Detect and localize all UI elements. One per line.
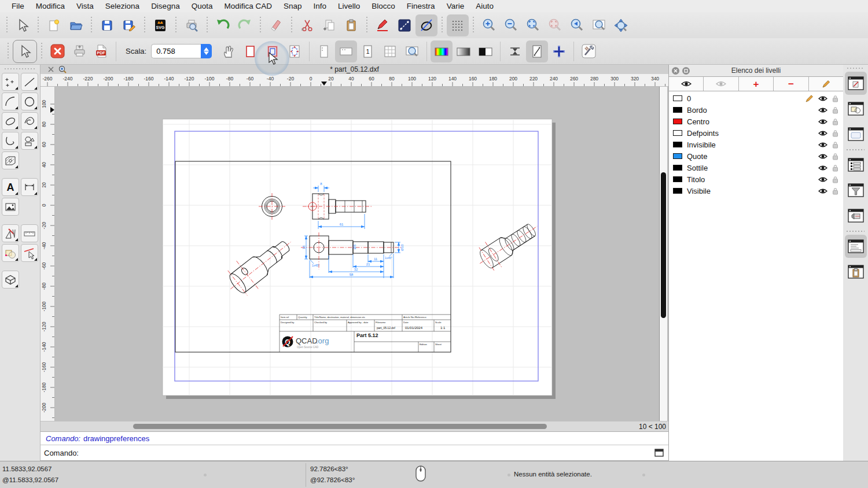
new-file-button[interactable] (43, 14, 65, 36)
layer-visibility-icon[interactable] (818, 165, 827, 171)
layer-color-swatch[interactable] (673, 142, 682, 147)
multi-page-button[interactable] (379, 40, 401, 62)
solid-3d-tool-button[interactable] (2, 271, 19, 289)
menu-info[interactable]: Info (308, 2, 333, 10)
portrait-button[interactable] (313, 40, 335, 62)
open-file-button[interactable] (65, 14, 87, 36)
layer-row-centro[interactable]: Centro (669, 116, 843, 127)
menu-disegna[interactable]: Disegna (145, 2, 186, 10)
zoom-to-page-button[interactable] (401, 40, 423, 62)
layer-row-quote[interactable]: Quote (669, 150, 843, 162)
print-preview-button[interactable] (181, 14, 203, 36)
image-tool-button[interactable] (2, 198, 19, 216)
show-all-layers-button[interactable] (669, 77, 704, 91)
layer-lock-icon[interactable] (832, 164, 838, 172)
snap-edit-button[interactable] (21, 244, 38, 262)
lineweight-scale-button[interactable] (504, 40, 526, 62)
page-borders-button[interactable] (240, 40, 262, 62)
zoom-pan-button[interactable] (610, 14, 632, 36)
grayscale-button[interactable] (453, 40, 475, 62)
zoom-out-button[interactable] (500, 14, 522, 36)
horizontal-scrollbar-thumb[interactable] (133, 424, 547, 429)
save-as-button[interactable] (118, 14, 140, 36)
dimension-tool-button[interactable] (21, 178, 38, 196)
menu-livello[interactable]: Livello (332, 2, 366, 10)
edit-layer-button[interactable] (809, 77, 843, 91)
close-print-preview-button[interactable] (46, 40, 68, 62)
dock-clipboard-button[interactable] (845, 260, 867, 283)
paste-button[interactable] (340, 14, 362, 36)
layer-lock-icon[interactable] (832, 95, 838, 102)
layer-color-swatch[interactable] (673, 153, 682, 159)
drawing-canvas[interactable]: .k{stroke:#1a1a1a;fill:none;stroke-width… (55, 87, 668, 421)
layer-color-swatch[interactable] (673, 130, 682, 136)
pdf-export-button[interactable]: PDF (90, 40, 112, 62)
layer-row-visibile[interactable]: Visibile (669, 185, 843, 197)
layer-row-invisibile[interactable]: Invisibile (669, 139, 843, 150)
command-window-icon[interactable] (654, 449, 664, 457)
single-page-button[interactable]: 1 (357, 40, 379, 62)
menu-seleziona[interactable]: Seleziona (100, 2, 145, 10)
preferences-button[interactable] (578, 40, 599, 62)
cut-button[interactable] (296, 14, 318, 36)
scale-stepper[interactable] (201, 44, 212, 58)
grid-toggle-button[interactable] (447, 14, 469, 36)
ellipse-tool-button[interactable] (2, 112, 19, 130)
dock-block-list-button[interactable] (845, 97, 867, 120)
layer-visibility-icon[interactable] (818, 119, 827, 125)
layer-visibility-icon[interactable] (818, 176, 827, 183)
menu-quota[interactable]: Quota (186, 2, 219, 10)
layer-visibility-icon[interactable] (818, 130, 827, 136)
zoom-in-button[interactable] (478, 14, 500, 36)
layer-edit-icon[interactable] (806, 95, 814, 102)
drafting-tools-button[interactable] (2, 224, 19, 242)
menu-vista[interactable]: Vista (71, 2, 100, 10)
crosshair-button[interactable] (548, 40, 570, 62)
dock-property-editor-button[interactable] (845, 72, 867, 95)
black-white-button[interactable] (475, 40, 496, 62)
menu-snap[interactable]: Snap (278, 2, 308, 10)
layer-lock-icon[interactable] (832, 130, 838, 137)
margins-button[interactable] (262, 40, 284, 62)
command-input[interactable] (82, 448, 654, 459)
add-layer-button[interactable]: + (739, 77, 774, 91)
remove-layer-button[interactable]: − (774, 77, 808, 91)
arc-tool-button[interactable] (2, 93, 19, 110)
layer-lock-icon[interactable] (832, 153, 838, 160)
layer-color-swatch[interactable] (673, 176, 682, 182)
line-tool-button[interactable] (21, 73, 38, 91)
measure-tool-button[interactable] (21, 224, 38, 242)
layer-color-swatch[interactable] (673, 165, 682, 171)
layer-color-swatch[interactable] (673, 107, 682, 113)
scale-input[interactable] (151, 44, 201, 58)
eraser-button[interactable] (265, 14, 287, 36)
point-tool-button[interactable] (2, 73, 19, 91)
layer-lock-icon[interactable] (832, 106, 838, 114)
layer-visibility-icon[interactable] (818, 153, 827, 160)
zoom-auto-button[interactable] (522, 14, 544, 36)
layer-lock-icon[interactable] (832, 187, 838, 195)
dock-selection-filter-button[interactable] (845, 179, 867, 202)
layer-color-swatch[interactable] (673, 188, 682, 194)
shapes-tool-button[interactable] (21, 132, 38, 150)
spline-tool-button[interactable] (21, 112, 38, 130)
draw-pencil-button[interactable] (372, 14, 393, 36)
layer-lock-icon[interactable] (832, 141, 838, 149)
horizontal-scrollbar[interactable]: 10 < 100 (41, 421, 668, 431)
layer-visibility-icon[interactable] (818, 107, 827, 113)
dock-library-browser-button[interactable] (845, 204, 867, 227)
menu-varie[interactable]: Varie (441, 2, 470, 10)
ellipse-tool-button[interactable] (415, 14, 437, 36)
menu-blocco[interactable]: Blocco (366, 2, 401, 10)
layer-visibility-icon[interactable] (818, 142, 827, 148)
vertical-scrollbar-thumb[interactable] (661, 172, 666, 318)
save-button[interactable] (96, 14, 118, 36)
circle-tool-button[interactable] (21, 93, 38, 110)
polyline-tool-button[interactable] (2, 132, 19, 150)
layer-lock-icon[interactable] (832, 176, 838, 183)
redo-button[interactable] (234, 14, 256, 36)
zoom-selection-button[interactable] (544, 14, 566, 36)
layer-visibility-icon[interactable] (818, 188, 827, 194)
layer-color-swatch[interactable] (673, 119, 682, 124)
menu-finestra[interactable]: Finestra (401, 2, 441, 10)
